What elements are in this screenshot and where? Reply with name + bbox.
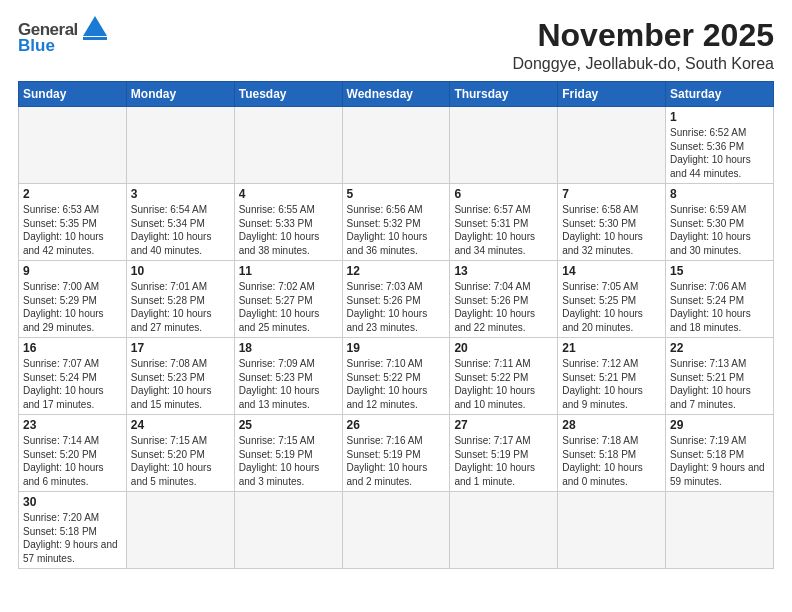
day-number: 6	[454, 187, 553, 201]
day-number: 8	[670, 187, 769, 201]
day-info: Sunrise: 7:11 AM Sunset: 5:22 PM Dayligh…	[454, 357, 553, 411]
day-info: Sunrise: 6:59 AM Sunset: 5:30 PM Dayligh…	[670, 203, 769, 257]
calendar-cell: 27Sunrise: 7:17 AM Sunset: 5:19 PM Dayli…	[450, 415, 558, 492]
calendar-cell: 30Sunrise: 7:20 AM Sunset: 5:18 PM Dayli…	[19, 492, 127, 569]
day-number: 21	[562, 341, 661, 355]
day-number: 23	[23, 418, 122, 432]
calendar-cell	[558, 492, 666, 569]
calendar-cell	[666, 492, 774, 569]
header-thursday: Thursday	[450, 82, 558, 107]
day-info: Sunrise: 6:56 AM Sunset: 5:32 PM Dayligh…	[347, 203, 446, 257]
calendar-cell	[450, 107, 558, 184]
day-info: Sunrise: 6:57 AM Sunset: 5:31 PM Dayligh…	[454, 203, 553, 257]
calendar-cell: 13Sunrise: 7:04 AM Sunset: 5:26 PM Dayli…	[450, 261, 558, 338]
calendar-cell: 24Sunrise: 7:15 AM Sunset: 5:20 PM Dayli…	[126, 415, 234, 492]
day-number: 27	[454, 418, 553, 432]
day-info: Sunrise: 7:19 AM Sunset: 5:18 PM Dayligh…	[670, 434, 769, 488]
day-info: Sunrise: 7:00 AM Sunset: 5:29 PM Dayligh…	[23, 280, 122, 334]
day-number: 28	[562, 418, 661, 432]
day-info: Sunrise: 6:52 AM Sunset: 5:36 PM Dayligh…	[670, 126, 769, 180]
day-info: Sunrise: 7:07 AM Sunset: 5:24 PM Dayligh…	[23, 357, 122, 411]
calendar-cell: 20Sunrise: 7:11 AM Sunset: 5:22 PM Dayli…	[450, 338, 558, 415]
day-info: Sunrise: 7:03 AM Sunset: 5:26 PM Dayligh…	[347, 280, 446, 334]
calendar-table: Sunday Monday Tuesday Wednesday Thursday…	[18, 81, 774, 569]
day-info: Sunrise: 7:05 AM Sunset: 5:25 PM Dayligh…	[562, 280, 661, 334]
calendar-cell: 8Sunrise: 6:59 AM Sunset: 5:30 PM Daylig…	[666, 184, 774, 261]
calendar-week-row: 23Sunrise: 7:14 AM Sunset: 5:20 PM Dayli…	[19, 415, 774, 492]
day-number: 25	[239, 418, 338, 432]
day-number: 9	[23, 264, 122, 278]
day-info: Sunrise: 7:14 AM Sunset: 5:20 PM Dayligh…	[23, 434, 122, 488]
calendar-cell: 23Sunrise: 7:14 AM Sunset: 5:20 PM Dayli…	[19, 415, 127, 492]
calendar-cell	[450, 492, 558, 569]
day-number: 18	[239, 341, 338, 355]
day-number: 5	[347, 187, 446, 201]
logo: General Blue	[18, 18, 109, 56]
calendar-cell: 7Sunrise: 6:58 AM Sunset: 5:30 PM Daylig…	[558, 184, 666, 261]
day-number: 11	[239, 264, 338, 278]
day-number: 4	[239, 187, 338, 201]
day-number: 20	[454, 341, 553, 355]
day-info: Sunrise: 7:13 AM Sunset: 5:21 PM Dayligh…	[670, 357, 769, 411]
calendar-body: 1Sunrise: 6:52 AM Sunset: 5:36 PM Daylig…	[19, 107, 774, 569]
calendar-cell: 18Sunrise: 7:09 AM Sunset: 5:23 PM Dayli…	[234, 338, 342, 415]
day-info: Sunrise: 6:53 AM Sunset: 5:35 PM Dayligh…	[23, 203, 122, 257]
day-info: Sunrise: 7:18 AM Sunset: 5:18 PM Dayligh…	[562, 434, 661, 488]
calendar-cell	[126, 107, 234, 184]
day-info: Sunrise: 6:58 AM Sunset: 5:30 PM Dayligh…	[562, 203, 661, 257]
header-tuesday: Tuesday	[234, 82, 342, 107]
location-subtitle: Donggye, Jeollabuk-do, South Korea	[512, 55, 774, 73]
calendar-cell: 29Sunrise: 7:19 AM Sunset: 5:18 PM Dayli…	[666, 415, 774, 492]
header-wednesday: Wednesday	[342, 82, 450, 107]
calendar-cell: 5Sunrise: 6:56 AM Sunset: 5:32 PM Daylig…	[342, 184, 450, 261]
calendar-cell: 10Sunrise: 7:01 AM Sunset: 5:28 PM Dayli…	[126, 261, 234, 338]
day-info: Sunrise: 7:09 AM Sunset: 5:23 PM Dayligh…	[239, 357, 338, 411]
day-info: Sunrise: 7:01 AM Sunset: 5:28 PM Dayligh…	[131, 280, 230, 334]
day-number: 13	[454, 264, 553, 278]
day-number: 30	[23, 495, 122, 509]
day-number: 26	[347, 418, 446, 432]
day-info: Sunrise: 7:15 AM Sunset: 5:19 PM Dayligh…	[239, 434, 338, 488]
calendar-week-row: 16Sunrise: 7:07 AM Sunset: 5:24 PM Dayli…	[19, 338, 774, 415]
calendar-cell: 4Sunrise: 6:55 AM Sunset: 5:33 PM Daylig…	[234, 184, 342, 261]
calendar-cell: 21Sunrise: 7:12 AM Sunset: 5:21 PM Dayli…	[558, 338, 666, 415]
header-sunday: Sunday	[19, 82, 127, 107]
day-info: Sunrise: 7:02 AM Sunset: 5:27 PM Dayligh…	[239, 280, 338, 334]
month-title: November 2025	[512, 18, 774, 53]
logo-triangle-icon	[81, 14, 109, 42]
day-number: 10	[131, 264, 230, 278]
day-info: Sunrise: 6:55 AM Sunset: 5:33 PM Dayligh…	[239, 203, 338, 257]
day-info: Sunrise: 7:08 AM Sunset: 5:23 PM Dayligh…	[131, 357, 230, 411]
day-number: 29	[670, 418, 769, 432]
day-number: 22	[670, 341, 769, 355]
day-number: 1	[670, 110, 769, 124]
calendar-week-row: 30Sunrise: 7:20 AM Sunset: 5:18 PM Dayli…	[19, 492, 774, 569]
calendar-cell: 12Sunrise: 7:03 AM Sunset: 5:26 PM Dayli…	[342, 261, 450, 338]
calendar-cell: 6Sunrise: 6:57 AM Sunset: 5:31 PM Daylig…	[450, 184, 558, 261]
day-number: 17	[131, 341, 230, 355]
calendar-week-row: 1Sunrise: 6:52 AM Sunset: 5:36 PM Daylig…	[19, 107, 774, 184]
header: General Blue November 2025 Donggye, Jeol…	[18, 18, 774, 73]
day-info: Sunrise: 7:15 AM Sunset: 5:20 PM Dayligh…	[131, 434, 230, 488]
day-number: 14	[562, 264, 661, 278]
calendar-cell	[342, 492, 450, 569]
calendar-cell: 25Sunrise: 7:15 AM Sunset: 5:19 PM Dayli…	[234, 415, 342, 492]
title-block: November 2025 Donggye, Jeollabuk-do, Sou…	[512, 18, 774, 73]
day-info: Sunrise: 7:16 AM Sunset: 5:19 PM Dayligh…	[347, 434, 446, 488]
day-number: 7	[562, 187, 661, 201]
day-info: Sunrise: 7:12 AM Sunset: 5:21 PM Dayligh…	[562, 357, 661, 411]
calendar-cell	[558, 107, 666, 184]
day-info: Sunrise: 7:04 AM Sunset: 5:26 PM Dayligh…	[454, 280, 553, 334]
day-number: 16	[23, 341, 122, 355]
page: General Blue November 2025 Donggye, Jeol…	[0, 0, 792, 579]
header-friday: Friday	[558, 82, 666, 107]
calendar-cell: 26Sunrise: 7:16 AM Sunset: 5:19 PM Dayli…	[342, 415, 450, 492]
day-info: Sunrise: 6:54 AM Sunset: 5:34 PM Dayligh…	[131, 203, 230, 257]
calendar-cell: 9Sunrise: 7:00 AM Sunset: 5:29 PM Daylig…	[19, 261, 127, 338]
calendar-cell: 3Sunrise: 6:54 AM Sunset: 5:34 PM Daylig…	[126, 184, 234, 261]
day-number: 24	[131, 418, 230, 432]
calendar-cell: 14Sunrise: 7:05 AM Sunset: 5:25 PM Dayli…	[558, 261, 666, 338]
header-saturday: Saturday	[666, 82, 774, 107]
day-number: 3	[131, 187, 230, 201]
day-info: Sunrise: 7:10 AM Sunset: 5:22 PM Dayligh…	[347, 357, 446, 411]
